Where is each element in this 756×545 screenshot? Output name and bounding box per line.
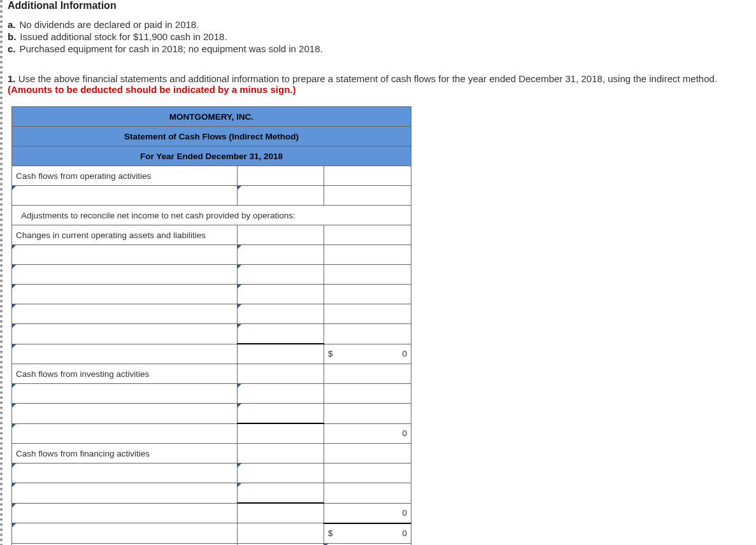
additional-info-heading: Additional Information (8, 0, 756, 11)
operating-total: $0 (324, 344, 411, 364)
cell-empty (237, 444, 324, 464)
cell-empty (237, 225, 324, 245)
statement-title: Statement of Cash Flows (Indirect Method… (12, 127, 411, 146)
adjustments-label: Adjustments to reconcile net income to n… (12, 206, 411, 225)
investing-header: Cash flows from investing activities (12, 364, 238, 384)
input-label[interactable] (12, 523, 238, 544)
input-amount[interactable] (237, 404, 324, 424)
input-label[interactable] (12, 344, 238, 364)
info-text-a: No dividends are declared or paid in 201… (20, 19, 199, 30)
cell-empty (324, 483, 411, 504)
cell-empty (237, 423, 324, 444)
question-hint: (Amounts to be deducted should be indica… (8, 84, 296, 95)
question-body: Use the above financial statements and a… (18, 73, 717, 84)
input-amount[interactable] (237, 245, 324, 265)
input-label[interactable] (12, 483, 238, 504)
input-amount[interactable] (237, 483, 324, 504)
company-header: MONTGOMERY, INC. (12, 107, 411, 127)
cell-empty (324, 166, 411, 186)
cell-empty (237, 166, 324, 186)
cell-empty (324, 464, 411, 483)
input-label[interactable] (12, 384, 238, 404)
cell-empty (237, 523, 324, 544)
total-value: 0 (402, 528, 407, 538)
cell-empty (237, 344, 324, 364)
operating-header: Cash flows from operating activities (12, 166, 238, 186)
input-label[interactable] (12, 304, 238, 324)
changes-label: Changes in current operating assets and … (12, 225, 238, 245)
input-amount[interactable] (237, 304, 324, 324)
dollar-sign: $ (328, 349, 333, 358)
info-item-a: a.No dividends are declared or paid in 2… (8, 19, 756, 30)
cell-empty (324, 444, 411, 464)
info-item-b: b.Issued additional stock for $11,900 ca… (8, 31, 756, 42)
input-amount[interactable] (237, 384, 324, 404)
cell-empty (324, 404, 411, 424)
question-text: 1. Use the above financial statements an… (8, 73, 756, 95)
cell-empty (324, 364, 411, 384)
dollar-sign: $ (328, 528, 333, 538)
info-text-b: Issued additional stock for $11,900 cash… (20, 31, 227, 42)
input-label[interactable] (12, 324, 238, 344)
input-amount[interactable] (237, 285, 324, 304)
cell-empty (324, 245, 411, 265)
info-text-c: Purchased equipment for cash in 2018; no… (20, 43, 323, 54)
input-amount[interactable] (237, 324, 324, 344)
input-label[interactable] (12, 245, 238, 265)
info-list: a.No dividends are declared or paid in 2… (8, 19, 756, 54)
input-amount[interactable] (237, 186, 324, 206)
net-change-total: $0 (324, 523, 411, 544)
input-label[interactable] (12, 285, 238, 304)
total-value: 0 (402, 508, 407, 518)
cell-empty (237, 503, 324, 523)
cell-empty (324, 225, 411, 245)
cash-flow-table: MONTGOMERY, INC. Statement of Cash Flows… (11, 106, 411, 545)
financing-header: Cash flows from financing activities (12, 444, 238, 464)
question-number: 1. (8, 73, 16, 84)
input-amount[interactable] (237, 265, 324, 285)
input-label[interactable] (12, 464, 238, 483)
input-label[interactable] (12, 186, 238, 206)
cell-empty (324, 285, 411, 304)
cell-empty (324, 384, 411, 404)
total-value: 0 (402, 349, 407, 358)
investing-total: 0 (324, 423, 411, 444)
input-amount[interactable] (237, 464, 324, 483)
cell-empty (324, 304, 411, 324)
input-label[interactable] (12, 503, 238, 523)
input-label[interactable] (12, 404, 238, 424)
financing-total: 0 (324, 503, 411, 523)
total-value: 0 (402, 428, 407, 438)
cell-empty (324, 265, 411, 285)
input-label[interactable] (12, 265, 238, 285)
info-item-c: c.Purchased equipment for cash in 2018; … (8, 43, 756, 54)
cell-empty (324, 186, 411, 206)
cell-empty (324, 324, 411, 344)
period-header: For Year Ended December 31, 2018 (12, 146, 411, 166)
cell-empty (237, 364, 324, 384)
input-label[interactable] (12, 423, 238, 444)
